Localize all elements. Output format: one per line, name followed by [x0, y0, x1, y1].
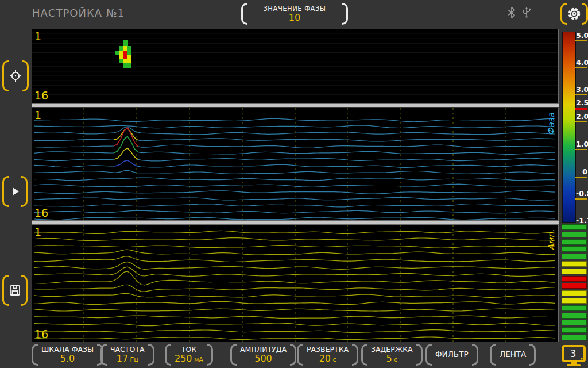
- heatmap-cell: [127, 46, 131, 51]
- button-label: АМПЛИТУДА: [240, 346, 287, 354]
- bracket-right: [207, 344, 213, 366]
- signal-trace: [34, 238, 555, 241]
- signal-trace: [34, 316, 555, 318]
- signal-trace: [34, 204, 555, 207]
- phase-value-box[interactable]: ЗНАЧЕНИЕ ФАЗЫ 10: [241, 3, 348, 25]
- gear-icon: [567, 3, 582, 25]
- colorbar-tick-label: -1.7: [576, 217, 587, 225]
- frequency-button[interactable]: ЧАСТОТА17 Гц: [100, 344, 158, 366]
- button-value: 5.0: [60, 354, 75, 364]
- tape-button[interactable]: ЛЕНТА: [490, 344, 547, 366]
- signal-trace: [34, 285, 555, 292]
- bluetooth-icon: [508, 6, 516, 21]
- button-value: 5 с: [386, 354, 397, 364]
- bracket-left: [2, 60, 9, 91]
- current-button[interactable]: ТОК250 мА: [165, 344, 223, 366]
- locate-button[interactable]: [2, 60, 28, 91]
- phase-scale-button[interactable]: ШКАЛА ФАЗЫ5.0: [32, 344, 94, 366]
- bracket-right: [529, 344, 536, 366]
- bracket-left: [2, 275, 9, 306]
- bracket-right: [22, 60, 29, 91]
- signal-trace: [34, 271, 555, 285]
- signal-trace: [34, 323, 555, 326]
- button-unit: мА: [192, 356, 203, 363]
- channel-first-label: 1: [34, 110, 41, 121]
- button-value: 20 с: [319, 354, 336, 364]
- bracket-right: [352, 344, 358, 366]
- colorbar-tick-label: 1.0: [576, 141, 587, 148]
- phase-axis-label: Фаза: [546, 113, 556, 135]
- heatmap-cell: [119, 59, 123, 63]
- signal-trace: [34, 337, 555, 340]
- heatmap-panel[interactable]: 1 16: [32, 29, 559, 103]
- heatmap-cell: [127, 51, 131, 55]
- panel-divider: [32, 103, 559, 107]
- save-button[interactable]: [2, 275, 28, 306]
- level-bar: [562, 335, 587, 340]
- amplitude-button[interactable]: АМПЛИТУДА500: [230, 344, 290, 366]
- screen-number-button[interactable]: 3: [560, 345, 587, 367]
- colorbar-tick: [575, 177, 587, 178]
- filter-button[interactable]: ФИЛЬТР: [425, 344, 483, 366]
- level-bar: [562, 239, 587, 245]
- phase-traces-panel[interactable]: 1 16 Фаза: [32, 108, 559, 221]
- floppy-icon: [9, 275, 21, 306]
- bracket-right: [416, 344, 423, 366]
- colorbar-tick-label: 4.0: [576, 59, 587, 67]
- bracket-right: [472, 344, 478, 366]
- level-bar: [562, 224, 587, 230]
- signal-trace: [34, 197, 555, 200]
- button-label: ЗАДЕРЖКА: [371, 346, 413, 354]
- crosshair-icon: [9, 60, 22, 91]
- button-unit: Гц: [128, 356, 138, 363]
- signal-trace-alarm: [114, 160, 138, 167]
- settings-button[interactable]: [560, 3, 586, 25]
- button-value: 250 мА: [175, 354, 203, 364]
- signal-trace: [34, 309, 555, 311]
- signal-trace: [34, 217, 555, 220]
- signal-trace: [34, 118, 555, 122]
- delay-button[interactable]: ЗАДЕРЖКА5 с: [361, 344, 419, 366]
- signal-trace-alarm: [114, 128, 138, 140]
- heatmap-cell: [123, 46, 127, 51]
- bracket-right: [290, 344, 296, 366]
- signal-trace: [34, 184, 555, 187]
- bracket-right: [21, 176, 28, 207]
- bracket-left: [490, 344, 496, 366]
- colorbar-tick: [575, 108, 587, 110]
- level-bar: [562, 290, 587, 296]
- signal-trace: [34, 125, 555, 128]
- signal-trace: [34, 256, 555, 262]
- bracket-left: [560, 3, 567, 25]
- heatmap-cell: [127, 59, 131, 63]
- bracket-left: [165, 344, 171, 366]
- bracket-right: [148, 344, 154, 366]
- amplitude-traces-panel[interactable]: 1 16 Амп.: [32, 224, 559, 342]
- start-button[interactable]: [2, 176, 28, 207]
- level-bar: [562, 283, 587, 289]
- signal-trace: [34, 301, 555, 304]
- device-screen: НАСТРОЙКА №1 ЗНАЧЕНИЕ ФАЗЫ 10: [0, 0, 588, 368]
- signal-trace-alarm: [114, 148, 138, 160]
- heatmap-cell: [119, 55, 123, 59]
- parameter-bar: ШКАЛА ФАЗЫ5.0ЧАСТОТА17 ГцТОК250 мААМПЛИТ…: [32, 344, 547, 367]
- level-bar: [562, 327, 587, 333]
- colorbar-tick: [575, 40, 587, 41]
- button-unit: с: [331, 356, 336, 363]
- bracket-right: [582, 3, 588, 25]
- bracket-left: [425, 344, 432, 366]
- level-bar: [562, 305, 587, 311]
- level-bar: [562, 320, 587, 325]
- signal-trace: [34, 170, 555, 174]
- channel-last-label: 16: [34, 329, 48, 340]
- button-value: 500: [254, 354, 272, 364]
- phase-colorbar: [562, 32, 576, 223]
- heatmap-cell: [123, 63, 131, 68]
- sweep-button[interactable]: РАЗВЕРТКА20 с: [297, 344, 354, 366]
- colorbar-tick-label: 2.5: [576, 99, 587, 107]
- level-bar: [562, 246, 587, 252]
- bracket-right: [342, 3, 348, 25]
- amplitude-axis-label: Амп.: [546, 229, 556, 250]
- button-label: ШКАЛА ФАЗЫ: [41, 346, 94, 354]
- signal-trace: [34, 191, 555, 194]
